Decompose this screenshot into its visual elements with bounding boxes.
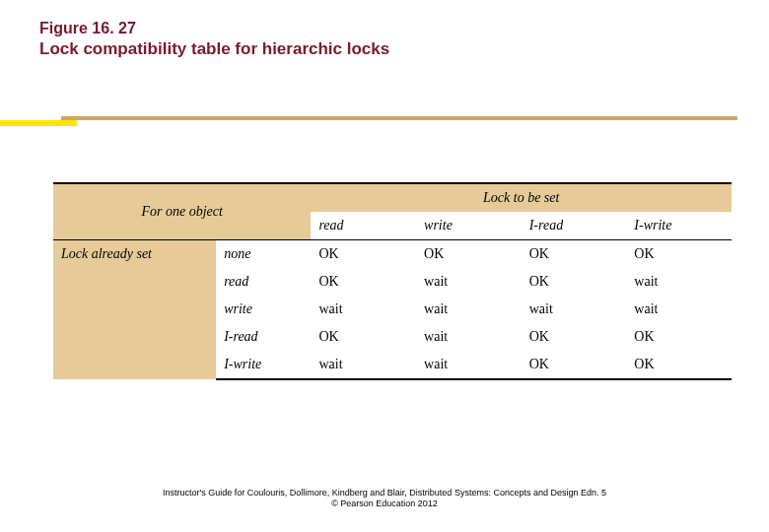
row-type: I-read xyxy=(216,323,311,351)
cell: OK xyxy=(311,240,416,269)
row-type: read xyxy=(216,268,311,296)
cell: OK xyxy=(522,268,627,296)
col-header-iread: I-read xyxy=(522,212,627,240)
divider-yellow xyxy=(0,120,77,126)
cell: OK xyxy=(522,323,627,351)
cell: OK xyxy=(626,323,732,351)
cell: wait xyxy=(311,296,416,323)
divider-brown xyxy=(61,116,737,120)
cell: wait xyxy=(416,323,522,351)
cell: OK xyxy=(522,351,627,379)
cell: wait xyxy=(416,296,522,323)
cell: wait xyxy=(416,351,522,379)
col-header-read: read xyxy=(311,212,416,240)
row-label-lock-already-set: Lock already set xyxy=(53,240,216,380)
cell: wait xyxy=(522,296,627,323)
figure-number: Figure 16. 27 xyxy=(39,20,730,37)
cell: wait xyxy=(626,268,732,296)
figure-title: Lock compatibility table for hierarchic … xyxy=(39,39,730,59)
row-type: write xyxy=(216,296,311,323)
footer: Instructor's Guide for Coulouris, Dollim… xyxy=(0,488,769,510)
cell: OK xyxy=(311,323,416,351)
caption-lock-to-be-set: Lock to be set xyxy=(311,183,732,212)
cell: OK xyxy=(416,240,522,269)
cell: OK xyxy=(311,268,416,296)
row-type: none xyxy=(216,240,311,269)
cell: wait xyxy=(311,351,416,379)
row-type: I-write xyxy=(216,351,311,379)
col-header-iwrite: I-write xyxy=(626,212,732,240)
cell: wait xyxy=(416,268,522,296)
cell: OK xyxy=(626,351,732,379)
cell: OK xyxy=(626,240,732,269)
cell: wait xyxy=(626,296,732,323)
cell: OK xyxy=(522,240,627,269)
caption-for-one-object: For one object xyxy=(53,183,311,240)
footer-line-1: Instructor's Guide for Coulouris, Dollim… xyxy=(0,488,769,499)
col-header-write: write xyxy=(416,212,522,240)
footer-line-2: © Pearson Education 2012 xyxy=(0,499,769,510)
lock-compatibility-table: For one object Lock to be set read write… xyxy=(53,182,732,380)
